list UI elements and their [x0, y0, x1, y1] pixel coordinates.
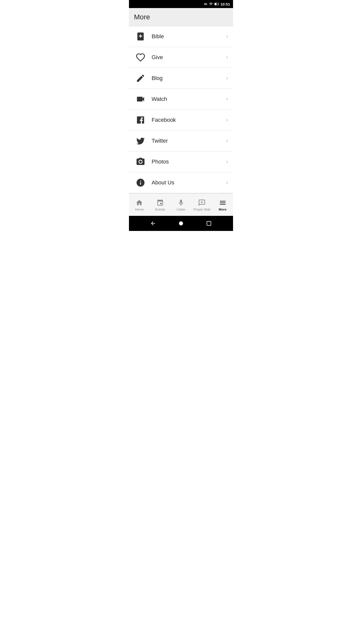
header-actions — [219, 16, 228, 18]
bible-icon — [136, 32, 145, 41]
video-icon-container — [134, 94, 147, 104]
info-icon-container — [134, 178, 147, 187]
signal-icon — [209, 2, 213, 6]
video-icon — [136, 94, 145, 104]
prayer-wall-nav-label: Prayer Wall — [193, 208, 210, 211]
home-nav-label: Home — [135, 208, 144, 211]
twitter-icon-container — [134, 136, 147, 146]
menu-item-blog[interactable]: Blog › — [129, 68, 233, 89]
back-icon — [150, 220, 156, 226]
nav-item-more[interactable]: More — [212, 196, 233, 214]
heart-icon-container — [134, 53, 147, 62]
twitter-icon — [136, 136, 145, 146]
menu-item-twitter[interactable]: Twitter › — [129, 131, 233, 151]
photos-label: Photos — [152, 158, 226, 165]
listen-nav-label: Listen — [177, 208, 186, 211]
blog-label: Blog — [152, 75, 226, 82]
facebook-icon-container — [134, 115, 147, 125]
menu-item-facebook[interactable]: Facebook › — [129, 110, 233, 131]
facebook-icon — [136, 115, 145, 125]
menu-item-about-us[interactable]: About Us › — [129, 172, 233, 193]
camera-icon — [136, 157, 145, 167]
nav-item-prayer-wall[interactable]: Prayer Wall — [191, 196, 212, 214]
android-back-button[interactable] — [150, 220, 156, 226]
pencil-icon-container — [134, 73, 147, 83]
twitter-chevron: › — [226, 138, 228, 144]
status-bar: 4G 10:51 — [129, 0, 233, 8]
heart-icon — [136, 53, 145, 62]
facebook-chevron: › — [226, 117, 228, 123]
more-nav-label: More — [219, 208, 227, 211]
svg-rect-5 — [207, 221, 211, 225]
pencil-icon — [136, 73, 145, 83]
home-nav-icon — [135, 199, 143, 207]
photos-chevron: › — [226, 158, 228, 165]
app-header: More — [129, 8, 233, 26]
android-home-icon — [178, 220, 184, 226]
bottom-navigation: Home Events Listen Prayer Wall More — [129, 193, 233, 216]
settings-button[interactable] — [219, 16, 221, 18]
status-time: 10:51 — [220, 2, 230, 6]
about-us-label: About Us — [152, 179, 226, 186]
calendar-nav-icon — [156, 199, 164, 207]
facebook-label: Facebook — [152, 117, 226, 123]
nav-item-listen[interactable]: Listen — [171, 196, 192, 214]
menu-item-give[interactable]: Give › — [129, 47, 233, 68]
android-nav-bar — [129, 216, 233, 231]
twitter-label: Twitter — [152, 138, 226, 144]
android-home-button[interactable] — [178, 220, 184, 226]
messages-button[interactable] — [226, 16, 228, 18]
events-nav-label: Events — [155, 208, 165, 211]
menu-nav-icon — [219, 199, 227, 207]
prayer-nav-icon — [198, 199, 206, 207]
signal-label: 4G — [204, 3, 207, 6]
watch-label: Watch — [152, 96, 226, 102]
svg-rect-1 — [218, 4, 219, 5]
info-icon — [136, 178, 145, 187]
recents-icon — [206, 220, 212, 226]
watch-chevron: › — [226, 96, 228, 102]
android-recents-button[interactable] — [206, 220, 212, 226]
battery-icon — [214, 2, 219, 6]
menu-item-photos[interactable]: Photos › — [129, 151, 233, 172]
about-us-chevron: › — [226, 179, 228, 186]
menu-item-watch[interactable]: Watch › — [129, 89, 233, 110]
nav-item-home[interactable]: Home — [129, 196, 150, 214]
menu-list: Bible › Give › Blog › Watch › — [129, 26, 233, 193]
bible-icon-container — [134, 32, 147, 41]
svg-point-4 — [179, 221, 183, 225]
give-label: Give — [152, 54, 226, 61]
microphone-nav-icon — [177, 199, 185, 207]
give-chevron: › — [226, 54, 228, 61]
nav-item-events[interactable]: Events — [150, 196, 171, 214]
blog-chevron: › — [226, 75, 228, 82]
bible-label: Bible — [152, 33, 226, 40]
bible-chevron: › — [226, 33, 228, 40]
menu-item-bible[interactable]: Bible › — [129, 26, 233, 47]
page-title: More — [134, 13, 150, 21]
camera-icon-container — [134, 157, 147, 167]
